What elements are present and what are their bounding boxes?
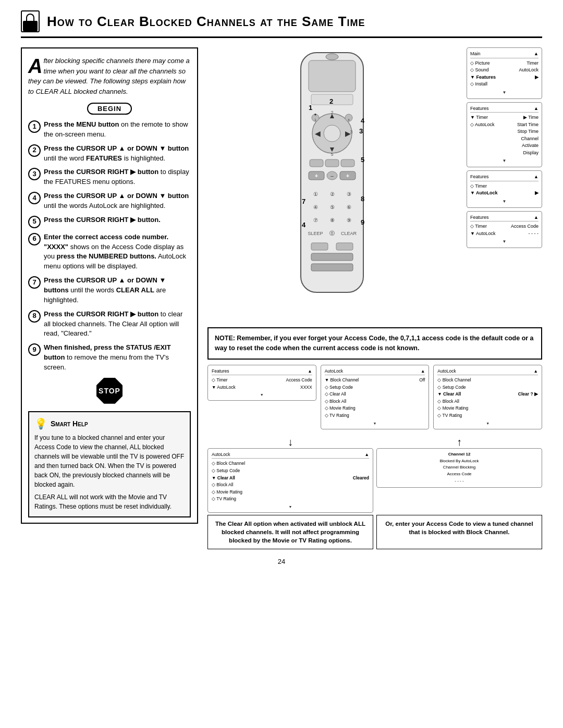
- svg-text:5: 5: [361, 156, 364, 164]
- svg-text:⑥: ⑥: [346, 204, 351, 210]
- svg-text:①: ①: [313, 191, 317, 197]
- step-text-4: Press the CURSOR UP ▲ or DOWN ▼ button u…: [44, 191, 191, 211]
- svg-text:⑤: ⑤: [329, 204, 334, 210]
- step-num-6: 6: [28, 233, 41, 245]
- screen-row-2-4: Channel: [470, 135, 538, 143]
- step-text-6: Enter the correct access code number. "X…: [44, 232, 191, 272]
- screen-row-2-6: Display: [470, 150, 538, 157]
- screen-row-1-1: ◇ PictureTimer: [470, 60, 538, 67]
- svg-text:3: 3: [359, 127, 363, 135]
- drop-cap: A: [28, 58, 42, 75]
- step-num-2: 2: [28, 144, 41, 157]
- screen-title-4: Features▲: [470, 214, 538, 222]
- step-4: 4 Press the CURSOR UP ▲ or DOWN ▼ button…: [28, 191, 191, 211]
- bottom-screens-row: Features▲ ◇ TimerAccess Code ▼ AutoLockX…: [207, 365, 542, 429]
- tv-screen-bottom-3: AutoLock▲ ◇ Block Channel ◇ Setup Code ▼…: [433, 365, 542, 429]
- screen-row-3-1: ◇ Timer: [470, 183, 538, 190]
- svg-rect-18: [310, 159, 323, 167]
- caption-left: The Clear All option when activated will…: [207, 515, 373, 549]
- page-header: How to Clear Blocked Channels at the Sam…: [21, 10, 542, 38]
- step-1: 1 Press the MENU button on the remote to…: [28, 120, 191, 140]
- step-text-8: Press the CURSOR RIGHT ▶ button to clear…: [44, 310, 191, 339]
- intro-text: After blocking specific channels there m…: [28, 56, 191, 96]
- svg-text:●: ●: [314, 112, 316, 117]
- svg-rect-19: [325, 159, 339, 167]
- svg-text:3: 3: [350, 129, 352, 134]
- svg-text:⓪: ⓪: [329, 230, 335, 236]
- screen-row-4-1: ◇ TimerAccess Code: [470, 223, 538, 230]
- svg-rect-1: [309, 60, 356, 92]
- step-text-5: Press the CURSOR RIGHT ▶ button.: [44, 215, 191, 225]
- tv-screen-cleared: AutoLock▲ ◇ Block Channel ◇ Setup Code ▼…: [207, 448, 373, 513]
- screen-row-4-2: ▼ AutoLock- - - -: [470, 230, 538, 238]
- svg-rect-39: [311, 243, 328, 250]
- right-screens-column: Main▲ ◇ PictureTimer ◇ SoundAutoLock ▼ F…: [467, 47, 542, 248]
- step-text-7: Press the CURSOR UP ▲ or DOWN ▼ buttons …: [44, 276, 191, 305]
- begin-badge: BEGIN: [28, 103, 191, 115]
- step-num-4: 4: [28, 192, 41, 204]
- tv-screen-2: Features▲ ▼ Timer▶ Time ◇ AutoLockStart …: [467, 102, 542, 168]
- tv-screen-bottom-2: AutoLock▲ ▼ Block ChannelOff ◇ Setup Cod…: [321, 365, 430, 429]
- screen-row-2-3: Stop Time: [470, 128, 538, 135]
- step-num-5: 5: [28, 216, 41, 228]
- svg-text:4: 4: [361, 117, 365, 125]
- stop-label: STOP: [96, 378, 123, 404]
- svg-text:4: 4: [302, 221, 306, 229]
- svg-rect-40: [336, 243, 353, 250]
- step-2: 2 Press the CURSOR UP ▲ or DOWN ▼ button…: [28, 144, 191, 164]
- step-6: 6 Enter the correct access code number. …: [28, 232, 191, 272]
- page-title: How to Clear Blocked Channels at the Sam…: [47, 14, 365, 30]
- svg-text:9: 9: [361, 218, 364, 226]
- left-column: After blocking specific channels there m…: [21, 47, 198, 524]
- screen-title-1: Main▲: [470, 51, 538, 58]
- svg-text:5: 5: [331, 152, 333, 157]
- smart-help-body: If you tune to a blocked channel and ent…: [34, 433, 185, 511]
- svg-text:③: ③: [346, 191, 351, 197]
- svg-point-2: [326, 54, 338, 60]
- tv-screen-4: Features▲ ◇ TimerAccess Code ▼ AutoLock-…: [467, 211, 542, 249]
- top-section: ▲ ▼ ◀ ▶ 2 3 5 ● 1 4: [207, 47, 542, 320]
- bottom-screen-group-2: AutoLock▲ ▼ Block ChannelOff ◇ Setup Cod…: [321, 365, 430, 429]
- svg-text:◀: ◀: [314, 129, 320, 138]
- svg-rect-20: [341, 159, 354, 167]
- step-7: 7 Press the CURSOR UP ▲ or DOWN ▼ button…: [28, 276, 191, 305]
- svg-text:8: 8: [361, 195, 364, 203]
- remote-container: ▲ ▼ ◀ ▶ 2 3 5 ● 1 4: [207, 47, 461, 320]
- step-text-2: Press the CURSOR UP ▲ or DOWN ▼ button u…: [44, 144, 191, 164]
- screen-row-1-4: ◇ Install: [470, 81, 538, 88]
- screen-title-2: Features▲: [470, 105, 538, 113]
- remote-image: ▲ ▼ ◀ ▶ 2 3 5 ● 1 4: [280, 47, 389, 320]
- svg-text:⑦: ⑦: [313, 217, 317, 223]
- bottom-screen-group-1: Features▲ ◇ TimerAccess Code ▼ AutoLockX…: [207, 365, 316, 401]
- svg-text:②: ②: [329, 191, 334, 197]
- step-5: 5 Press the CURSOR RIGHT ▶ button.: [28, 215, 191, 228]
- screen-row-1-3: ▼ Features▶: [470, 74, 538, 81]
- svg-rect-42: [311, 264, 353, 271]
- tv-screen-3: Features▲ ◇ Timer ▼ AutoLock▶ ▼: [467, 170, 542, 208]
- note-box: NOTE: Remember, if you ever forget your …: [207, 327, 542, 360]
- bottom-screen-group-3: AutoLock▲ ◇ Block Channel ◇ Setup Code ▼…: [433, 365, 542, 429]
- screen-row-1-2: ◇ SoundAutoLock: [470, 67, 538, 74]
- step-text-9: When finished, press the STATUS /EXIT bu…: [44, 343, 191, 373]
- svg-text:+: +: [346, 172, 349, 179]
- step-num-7: 7: [28, 276, 41, 289]
- smart-help-title: Smart Help: [51, 419, 88, 428]
- screen-row-2-1: ▼ Timer▶ Time: [470, 114, 538, 121]
- svg-text:1: 1: [309, 104, 312, 112]
- smart-help-box: 💡 Smart Help If you tune to a blocked ch…: [28, 411, 191, 517]
- page-number: 24: [21, 558, 542, 565]
- svg-text:⑧: ⑧: [329, 217, 334, 223]
- stop-badge: STOP: [28, 378, 191, 404]
- svg-text:CLEAR: CLEAR: [340, 231, 357, 236]
- svg-rect-41: [311, 253, 353, 261]
- svg-text:7: 7: [302, 198, 305, 205]
- svg-text:2: 2: [329, 97, 333, 105]
- begin-label: BEGIN: [87, 103, 132, 115]
- right-column: ▲ ▼ ◀ ▶ 2 3 5 ● 1 4: [207, 47, 542, 549]
- caption-right: Or, enter your Access Code to view a tun…: [376, 515, 542, 549]
- step-num-1: 1: [28, 120, 41, 133]
- svg-text:SLEEP: SLEEP: [308, 231, 323, 236]
- arrow-down-left: ↓: [288, 437, 293, 447]
- svg-text:–: –: [331, 173, 334, 179]
- tv-screen-1: Main▲ ◇ PictureTimer ◇ SoundAutoLock ▼ F…: [467, 47, 542, 99]
